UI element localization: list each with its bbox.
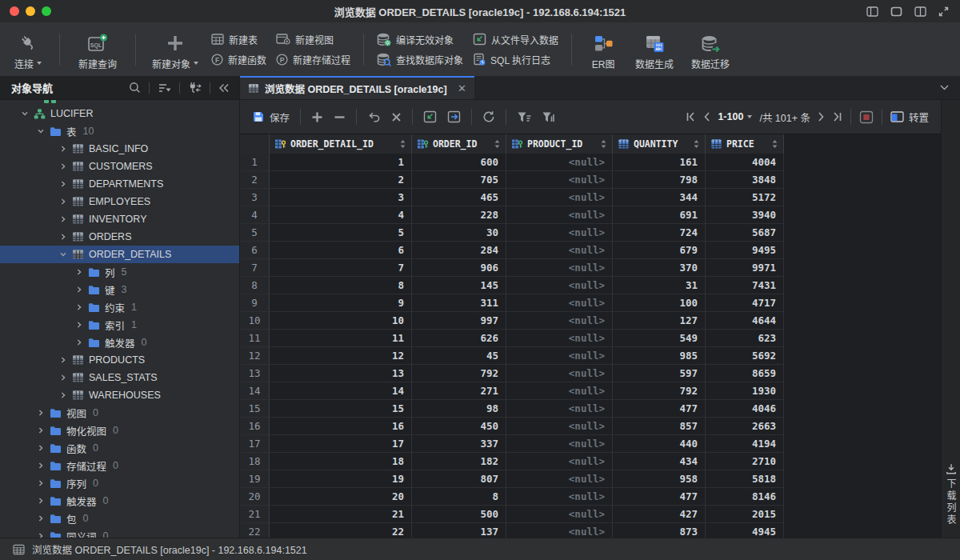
undo-button[interactable] bbox=[367, 111, 381, 122]
grid-cell[interactable]: 427 bbox=[613, 506, 706, 523]
table-row[interactable]: 1010997<null>1274644 bbox=[240, 312, 784, 330]
grid-cell[interactable]: 5818 bbox=[706, 470, 784, 488]
grid-cell[interactable]: 161 bbox=[613, 154, 706, 171]
grid-cell[interactable]: 13 bbox=[270, 365, 412, 382]
grid-cell[interactable]: 600 bbox=[412, 154, 506, 171]
data-migrate-button[interactable]: 数据迁移 bbox=[687, 29, 734, 70]
filter-sort-button[interactable] bbox=[517, 111, 531, 123]
grid-cell[interactable]: 958 bbox=[613, 470, 706, 488]
table-row[interactable]: 1818182<null>4342710 bbox=[240, 453, 784, 470]
table-row[interactable]: 20208<null>4778146 bbox=[240, 488, 784, 506]
tree-item-序列[interactable]: 序列0 bbox=[0, 474, 239, 492]
new-function-button[interactable]: F 新建函数 bbox=[211, 53, 266, 66]
find-db-object-button[interactable]: 查找数据库对象 bbox=[377, 53, 463, 66]
grid-cell[interactable]: 873 bbox=[613, 523, 706, 538]
grid-cell[interactable]: 10 bbox=[270, 312, 412, 330]
grid-cell[interactable]: 7 bbox=[270, 259, 412, 277]
download-list-tab[interactable]: 下载列表 bbox=[944, 463, 958, 526]
tree-item-包[interactable]: 包0 bbox=[0, 510, 239, 527]
table-row[interactable]: 88145<null>317431 bbox=[240, 277, 784, 294]
column-header-ORDER_DETAIL_ID[interactable]: ORDER_DETAIL_ID bbox=[270, 134, 412, 154]
tab-list-chevron-icon[interactable] bbox=[940, 85, 949, 90]
grid-cell[interactable]: 4644 bbox=[706, 312, 784, 330]
grid-cell[interactable]: <null> bbox=[506, 277, 613, 294]
fullscreen-icon[interactable] bbox=[938, 6, 949, 17]
table-row[interactable]: 22705<null>7983848 bbox=[240, 171, 784, 189]
connect-button[interactable]: 连接 bbox=[10, 29, 46, 70]
table-row[interactable]: 1313792<null>5978659 bbox=[240, 365, 784, 382]
column-header-ORDER_ID[interactable]: ORDER_ID bbox=[412, 134, 506, 154]
grid-cell[interactable]: 623 bbox=[706, 330, 784, 347]
grid-cell[interactable]: 500 bbox=[412, 506, 506, 523]
grid-cell[interactable]: <null> bbox=[506, 154, 613, 171]
grid-cell[interactable]: <null> bbox=[506, 242, 613, 259]
grid-cell[interactable]: 792 bbox=[412, 365, 506, 382]
tree-item-ORDER_DETAILS[interactable]: ORDER_DETAILS bbox=[0, 246, 239, 263]
table-row[interactable]: 121245<null>9855692 bbox=[240, 347, 784, 365]
tree-item-索引[interactable]: 索引1 bbox=[0, 316, 239, 334]
close-window-button[interactable] bbox=[10, 6, 19, 16]
grid-cell[interactable]: 15 bbox=[270, 400, 412, 418]
grid-cell[interactable]: <null> bbox=[506, 382, 613, 400]
grid-cell[interactable]: 807 bbox=[412, 470, 506, 488]
toggle-sidebar-icon[interactable] bbox=[866, 6, 878, 17]
table-row[interactable]: 44228<null>6913940 bbox=[240, 206, 784, 224]
tree-item-ORDERS[interactable]: ORDERS bbox=[0, 228, 239, 246]
grid-cell[interactable]: 440 bbox=[613, 435, 706, 453]
grid-cell[interactable]: 228 bbox=[412, 206, 506, 224]
grid-cell[interactable]: <null> bbox=[506, 365, 613, 382]
tree-item-视图[interactable]: 视图0 bbox=[0, 404, 239, 422]
table-row[interactable]: 1717337<null>4404194 bbox=[240, 435, 784, 453]
grid-cell[interactable]: 45 bbox=[412, 347, 506, 365]
table-row[interactable]: 11600<null>1614004 bbox=[240, 154, 784, 171]
table-row[interactable]: 2222137<null>8734945 bbox=[240, 523, 784, 538]
minimize-window-button[interactable] bbox=[26, 6, 35, 16]
grid-cell[interactable]: 145 bbox=[412, 277, 506, 294]
grid-cell[interactable]: <null> bbox=[506, 294, 613, 312]
new-object-button[interactable]: 新建对象 bbox=[149, 29, 202, 70]
zoom-window-button[interactable] bbox=[42, 6, 51, 16]
last-page-button[interactable] bbox=[832, 112, 842, 122]
grid-cell[interactable]: 21 bbox=[270, 506, 412, 523]
grid-cell[interactable]: 16 bbox=[270, 418, 412, 435]
tree-item-SALES_STATS[interactable]: SALES_STATS bbox=[0, 369, 239, 386]
grid-cell[interactable]: 4945 bbox=[706, 523, 784, 538]
table-row[interactable]: 33465<null>3445172 bbox=[240, 189, 784, 206]
grid-cell[interactable]: 9 bbox=[270, 294, 412, 312]
grid-cell[interactable]: 724 bbox=[613, 224, 706, 242]
save-button[interactable]: 保存 bbox=[252, 110, 290, 125]
grid-cell[interactable]: 12 bbox=[270, 347, 412, 365]
grid-cell[interactable]: <null> bbox=[506, 347, 613, 365]
er-diagram-button[interactable]: ER图 bbox=[585, 29, 622, 70]
next-page-button[interactable] bbox=[818, 112, 825, 122]
grid-cell[interactable]: 626 bbox=[412, 330, 506, 347]
grid-cell[interactable]: 311 bbox=[412, 294, 506, 312]
grid-cell[interactable]: 705 bbox=[412, 171, 506, 189]
grid-cell[interactable]: 985 bbox=[613, 347, 706, 365]
grid-cell[interactable]: 3848 bbox=[706, 171, 784, 189]
sql-log-button[interactable]: SQL 执行日志 bbox=[473, 53, 558, 66]
tree-item-WAREHOUSES[interactable]: WAREHOUSES bbox=[0, 386, 239, 404]
grid-cell[interactable]: 19 bbox=[270, 470, 412, 488]
add-row-button[interactable] bbox=[311, 111, 323, 123]
table-row[interactable]: 66284<null>6799495 bbox=[240, 242, 784, 259]
table-row[interactable]: 2121500<null>4272015 bbox=[240, 506, 784, 523]
grid-cell[interactable]: 5687 bbox=[706, 224, 784, 242]
tree-item-同义词[interactable]: 同义词0 bbox=[0, 527, 239, 538]
table-row[interactable]: 1414271<null>7921930 bbox=[240, 382, 784, 400]
connection-filter-icon[interactable] bbox=[188, 82, 202, 94]
grid-cell[interactable]: 549 bbox=[613, 330, 706, 347]
grid-cell[interactable]: 22 bbox=[270, 523, 412, 538]
import-from-file-button[interactable]: 从文件导入数据 bbox=[473, 33, 558, 46]
tree-item-DEPARTMENTS[interactable]: DEPARTMENTS bbox=[0, 175, 239, 193]
search-icon[interactable] bbox=[129, 82, 141, 94]
refresh-button[interactable] bbox=[482, 110, 495, 123]
prev-page-button[interactable] bbox=[703, 112, 710, 122]
grid-cell[interactable]: 2663 bbox=[706, 418, 784, 435]
grid-cell[interactable]: 337 bbox=[412, 435, 506, 453]
grid-cell[interactable]: 4004 bbox=[706, 154, 784, 171]
grid-cell[interactable]: 434 bbox=[613, 453, 706, 470]
grid-cell[interactable]: 2015 bbox=[706, 506, 784, 523]
tree-item-存储过程[interactable]: 存储过程0 bbox=[0, 457, 239, 474]
column-header-QUANTITY[interactable]: QUANTITY bbox=[613, 134, 706, 154]
